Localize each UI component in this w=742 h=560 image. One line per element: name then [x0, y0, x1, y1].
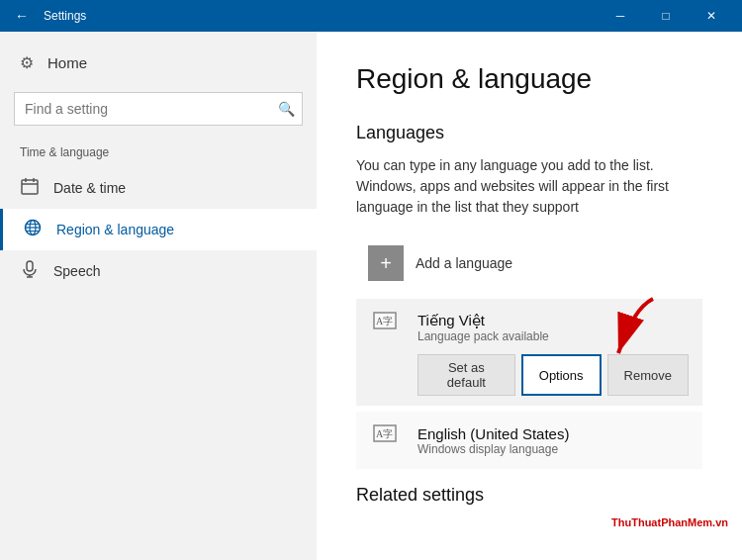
home-icon: ⚙: [20, 53, 34, 72]
window-title: Settings: [36, 9, 598, 23]
svg-rect-9: [27, 261, 33, 271]
content-area: Region & language Languages You can type…: [317, 32, 742, 560]
language-icon-vietnamese: A字: [370, 309, 406, 346]
svg-rect-0: [22, 180, 38, 194]
back-button[interactable]: ←: [8, 2, 36, 30]
svg-text:A字: A字: [376, 316, 393, 327]
vietnamese-name: Tiếng Việt: [417, 312, 689, 329]
set-as-default-button[interactable]: Set as default: [417, 354, 515, 396]
vietnamese-buttons: Set as default Options Remove: [417, 354, 689, 396]
sidebar-item-home[interactable]: ⚙ Home: [0, 44, 317, 82]
add-language-button[interactable]: + Add a language: [356, 235, 524, 291]
home-label: Home: [47, 54, 87, 71]
close-button[interactable]: ✕: [689, 0, 734, 32]
sidebar-item-speech[interactable]: Speech: [0, 250, 317, 292]
vietnamese-info: Tiếng Việt Language pack available: [417, 312, 689, 343]
title-bar: ← Settings ─ □ ✕: [0, 0, 742, 32]
search-input[interactable]: [14, 92, 303, 126]
minimize-button[interactable]: ─: [598, 0, 643, 32]
remove-button[interactable]: Remove: [607, 354, 689, 396]
page-title: Region & language: [356, 63, 702, 95]
main-layout: ⚙ Home 🔍 Time & language Date & time: [0, 32, 742, 560]
watermark: ThuThuatPhanMem.vn: [607, 514, 732, 530]
english-subtext: Windows display language: [417, 442, 689, 456]
search-container: 🔍: [14, 92, 303, 126]
speech-label: Speech: [53, 263, 100, 279]
languages-section-title: Languages: [356, 123, 702, 143]
language-item-english: A字 English (United States) Windows displ…: [356, 412, 702, 469]
language-item-vietnamese: A字 Tiếng Việt Language pack available Se…: [356, 299, 702, 406]
sidebar-item-date-time[interactable]: Date & time: [0, 167, 317, 209]
sidebar-item-region-language[interactable]: Region & language: [0, 209, 317, 250]
region-language-label: Region & language: [56, 222, 174, 237]
languages-description: You can type in any language you add to …: [356, 155, 702, 218]
speech-icon: [20, 260, 40, 282]
add-icon: +: [368, 245, 404, 281]
english-info: English (United States) Windows display …: [417, 425, 689, 456]
vietnamese-subtext: Language pack available: [417, 329, 689, 343]
english-name: English (United States): [417, 425, 689, 442]
add-language-label: Add a language: [416, 255, 512, 271]
search-icon: 🔍: [278, 101, 295, 117]
sidebar: ⚙ Home 🔍 Time & language Date & time: [0, 32, 317, 560]
window-controls: ─ □ ✕: [598, 0, 734, 32]
options-button[interactable]: Options: [521, 354, 602, 396]
region-language-icon: [23, 219, 43, 240]
language-icon-english: A字: [370, 421, 406, 459]
related-settings-title: Related settings: [356, 485, 702, 506]
svg-text:A字: A字: [376, 428, 393, 439]
language-header-vietnamese: A字 Tiếng Việt Language pack available: [370, 309, 689, 346]
date-time-label: Date & time: [53, 180, 126, 196]
maximize-button[interactable]: □: [643, 0, 689, 32]
date-time-icon: [20, 177, 40, 199]
sidebar-section-label: Time & language: [0, 141, 317, 167]
